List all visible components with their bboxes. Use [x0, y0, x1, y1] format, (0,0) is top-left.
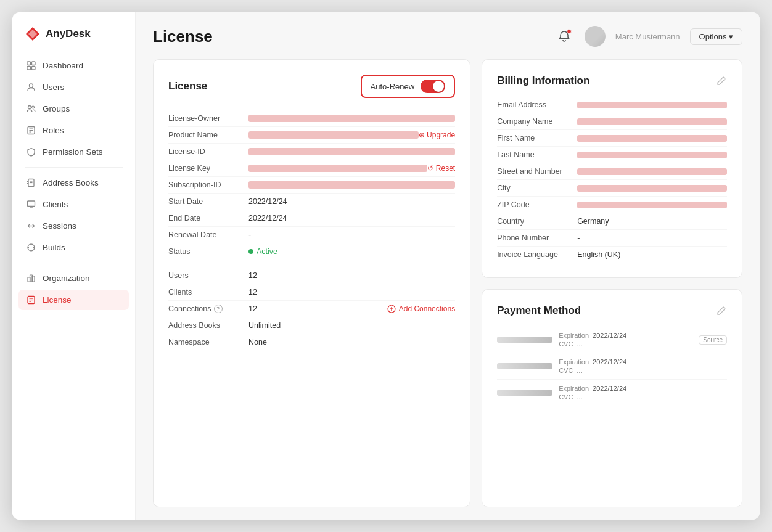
field-label: Clients [168, 288, 248, 297]
status-dot [248, 249, 253, 254]
sidebar-item-permission-sets[interactable]: Permission Sets [18, 142, 129, 162]
app-window: AnyDesk Dashboard Users Groups [12, 12, 760, 520]
field-label: Email Address [497, 100, 577, 109]
expiration-label: Expiration [559, 358, 589, 366]
payment-details: Expiration 2022/12/24 CVC ... [559, 332, 626, 348]
nav-list: Dashboard Users Groups Roles [12, 53, 135, 520]
sidebar-item-dashboard[interactable]: Dashboard [18, 55, 129, 76]
upgrade-button[interactable]: ⊕ Upgrade [419, 131, 455, 139]
field-phone: Phone Number - [497, 230, 727, 247]
license-card: License Auto-Renew License-Owner Product… [153, 59, 470, 507]
svg-point-8 [32, 106, 35, 108]
field-address-books: Address Books Unlimited [168, 317, 455, 334]
nav-divider-2 [25, 263, 123, 263]
field-value: 12 [248, 271, 455, 280]
svg-rect-4 [27, 67, 31, 70]
field-label: License Key [168, 164, 248, 173]
field-zip: ZIP Code [497, 197, 727, 213]
connections-help-icon[interactable]: ? [214, 305, 223, 313]
field-value [248, 181, 455, 189]
field-value [577, 135, 727, 142]
payment-method-row-3: Expiration 2022/12/24 CVC ... [497, 380, 727, 406]
field-email: Email Address [497, 97, 727, 113]
field-label: Status [168, 247, 248, 256]
sidebar-item-groups[interactable]: Groups [18, 99, 129, 119]
field-clients: Clients 12 [168, 284, 455, 301]
svg-point-7 [28, 106, 31, 109]
field-label: Start Date [168, 197, 248, 206]
field-label: City [497, 184, 577, 192]
svg-rect-18 [28, 201, 35, 207]
field-country: Country Germany [497, 213, 727, 230]
license-card-title: License [168, 80, 207, 92]
svg-rect-5 [32, 67, 36, 70]
reset-button[interactable]: ↺ Reset [427, 164, 455, 173]
sidebar-item-label: Organization [43, 274, 90, 283]
sidebar-item-label: Permission Sets [43, 147, 103, 157]
sidebar-item-clients[interactable]: Clients [18, 194, 129, 215]
field-value [248, 115, 455, 122]
field-namespace: Namespace None [168, 334, 455, 350]
sidebar-item-label: Builds [43, 243, 65, 252]
field-value: 12 [248, 305, 387, 313]
field-label: Subscription-ID [168, 181, 248, 189]
sidebar-item-address-books[interactable]: Address Books [18, 173, 129, 193]
field-label: Street and Number [497, 167, 577, 176]
field-value [577, 152, 727, 158]
expiration-value: 2022/12/24 [593, 332, 626, 339]
field-start-date: Start Date 2022/12/24 [168, 194, 455, 210]
sidebar-item-organization[interactable]: Organization [18, 268, 129, 289]
payment-edit-icon[interactable] [716, 305, 727, 316]
field-value [248, 165, 427, 172]
sidebar-item-label: Clients [43, 200, 68, 209]
sidebar: AnyDesk Dashboard Users Groups [12, 12, 136, 520]
field-license-id: License-ID [168, 144, 455, 160]
field-label: Last Name [497, 150, 577, 159]
field-label: Invoice Language [497, 250, 577, 259]
field-value: Germany [577, 217, 727, 226]
expiration-row: Expiration 2022/12/24 [559, 385, 626, 392]
field-street: Street and Number [497, 163, 727, 180]
field-value: Unlimited [248, 321, 455, 330]
svg-point-6 [30, 84, 33, 88]
field-value: English (UK) [577, 250, 727, 259]
field-label: Address Books [168, 321, 248, 330]
sidebar-item-builds[interactable]: Builds [18, 237, 129, 258]
sidebar-item-label: Groups [43, 104, 70, 113]
field-subscription-id: Subscription-ID [168, 177, 455, 194]
field-value [248, 131, 419, 139]
builds-icon [26, 242, 36, 253]
sidebar-item-sessions[interactable]: Sessions [18, 216, 129, 236]
field-label: Product Name [168, 131, 248, 139]
field-label: License-ID [168, 147, 248, 156]
billing-header: Billing Information [497, 75, 727, 87]
field-value: 2022/12/24 [248, 197, 455, 206]
auto-renew-box: Auto-Renew [361, 75, 456, 98]
billing-edit-icon[interactable] [716, 75, 727, 86]
sidebar-item-roles[interactable]: Roles [18, 120, 129, 141]
cvc-label: CVC [559, 340, 573, 348]
address-book-icon [26, 178, 36, 188]
card-number [497, 363, 552, 369]
sidebar-item-users[interactable]: Users [18, 77, 129, 97]
field-label: Renewal Date [168, 231, 248, 239]
sidebar-item-license[interactable]: License [18, 290, 129, 310]
notification-button[interactable] [554, 26, 575, 47]
shield-icon [26, 147, 36, 157]
organization-icon [26, 273, 36, 284]
options-button[interactable]: Options ▾ [690, 28, 742, 45]
field-label: Company Name [497, 117, 577, 126]
nav-divider-1 [25, 167, 123, 168]
cvc-value: ... [577, 340, 582, 348]
field-status: Status Active [168, 243, 455, 260]
users-icon [26, 104, 36, 114]
add-connections-button[interactable]: Add Connections [387, 305, 455, 313]
field-value: - [577, 234, 727, 242]
app-name: AnyDesk [46, 28, 91, 40]
auto-renew-toggle[interactable] [421, 80, 445, 93]
field-label: Country [497, 217, 577, 226]
field-label: ZIP Code [497, 200, 577, 209]
field-value [577, 102, 727, 108]
main-content: License Marc Mustermann Options ▾ Licens [136, 12, 760, 520]
user-name: Marc Mustermann [615, 32, 680, 41]
